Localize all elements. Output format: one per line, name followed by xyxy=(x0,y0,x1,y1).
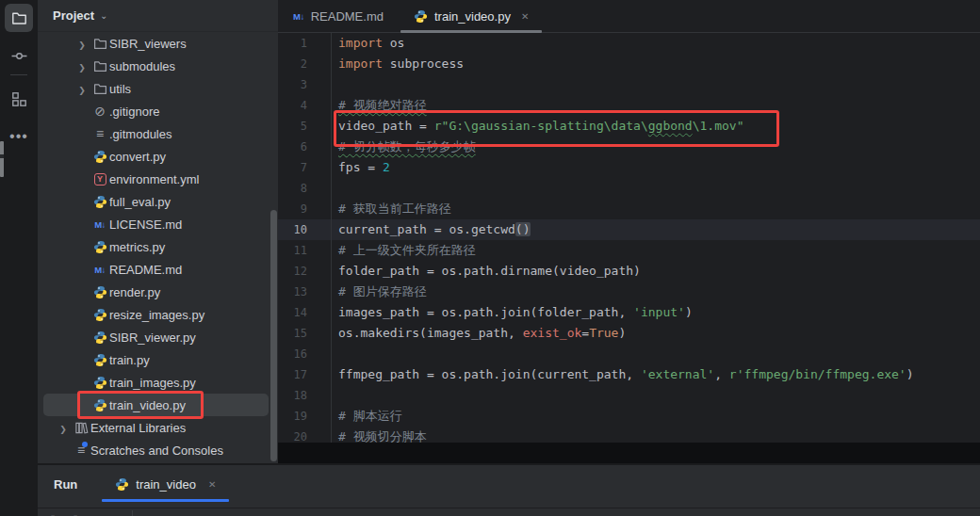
chevron-right-icon[interactable]: ❯ xyxy=(74,59,90,73)
tree-item-train_video.py[interactable]: train_video.py xyxy=(43,394,269,416)
tree-item-README.md[interactable]: M↓README.md xyxy=(38,258,278,281)
console-toolbar-divider xyxy=(132,510,133,516)
run-tab-label: train_video xyxy=(136,477,196,492)
line-number: 9 xyxy=(278,199,332,219)
tree-item-train_images.py[interactable]: train_images.py xyxy=(38,371,278,394)
tree-item-SIBR_viewers[interactable]: ❯SIBR_viewers xyxy=(38,32,278,55)
structure-tool-button[interactable] xyxy=(5,85,33,113)
code-text: # 上一级文件夹所在路径 xyxy=(332,240,476,261)
code-text: # 脚本运行 xyxy=(332,406,402,427)
line-number: 6 xyxy=(278,137,332,157)
tree-item-convert.py[interactable]: convert.py xyxy=(38,145,278,168)
code-line-20[interactable]: 20# 视频切分脚本 xyxy=(278,427,980,443)
code-line-17[interactable]: 17ffmpeg_path = os.path.join(current_pat… xyxy=(278,364,980,385)
code-text: images_path = os.path.join(folder_path, … xyxy=(332,302,693,323)
python-icon xyxy=(93,285,107,299)
code-line-5[interactable]: 5video_path = r"G:\gaussian-splatting\da… xyxy=(278,116,980,137)
tree-item-SIBR_viewer.py[interactable]: SIBR_viewer.py xyxy=(38,326,278,348)
tree-item-resize_images.py[interactable]: resize_images.py xyxy=(38,303,278,326)
tree-item-.gitmodules[interactable]: ≡.gitmodules xyxy=(38,122,278,145)
tree-item-full_eval.py[interactable]: full_eval.py xyxy=(38,190,278,213)
code-line-16[interactable]: 16 xyxy=(278,344,980,364)
code-line-6[interactable]: 6# 切分帧数，每秒多少帧 xyxy=(278,137,980,157)
markdown-icon: M↓ xyxy=(293,11,304,22)
line-number: 19 xyxy=(278,406,332,427)
tree-item-Scratches and Consoles[interactable]: ≡Scratches and Consoles xyxy=(38,439,278,461)
python-icon xyxy=(93,398,107,412)
yaml-icon: Y xyxy=(94,173,106,185)
code-line-18[interactable]: 18 xyxy=(278,385,980,406)
code-line-4[interactable]: 4# 视频绝对路径 xyxy=(278,95,980,116)
project-tree-scrollbar[interactable] xyxy=(270,210,277,461)
tree-item-render.py[interactable]: render.py xyxy=(38,281,278,303)
code-line-8[interactable]: 8 xyxy=(278,178,980,199)
python-icon xyxy=(93,308,107,322)
console-partial-icon: ▫ xyxy=(74,511,77,516)
line-number: 16 xyxy=(278,344,332,364)
chevron-right-icon[interactable]: ❯ xyxy=(74,37,90,51)
code-line-10[interactable]: 10current_path = os.getcwd() xyxy=(278,219,980,240)
code-line-1[interactable]: 1import os xyxy=(278,33,980,54)
project-panel-title: Project xyxy=(53,8,94,23)
python-icon xyxy=(414,9,428,24)
tree-item-utils[interactable]: ❯utils xyxy=(38,77,278,100)
editor-tab-README.md[interactable]: M↓README.md xyxy=(278,0,399,33)
code-line-12[interactable]: 12folder_path = os.path.dirname(video_pa… xyxy=(278,261,980,282)
code-line-15[interactable]: 15os.makedirs(images_path, exist_ok=True… xyxy=(278,323,980,344)
screen-edge-artifact xyxy=(0,141,4,177)
tree-item-label: README.md xyxy=(109,263,182,277)
code-text: # 视频绝对路径 xyxy=(332,95,427,116)
code-text xyxy=(332,385,338,406)
code-line-7[interactable]: 7fps = 2 xyxy=(278,157,980,178)
more-icon: ••• xyxy=(9,128,28,145)
line-number: 3 xyxy=(278,74,332,95)
chevron-right-icon[interactable]: ❯ xyxy=(74,82,90,96)
tree-item-environment.yml[interactable]: Yenvironment.yml xyxy=(38,168,278,190)
tree-item-label: utils xyxy=(109,82,131,96)
text-file-icon: ≡ xyxy=(96,127,104,140)
code-text: ffmpeg_path = os.path.join(current_path,… xyxy=(332,364,914,385)
code-line-3[interactable]: 3 xyxy=(278,74,980,95)
tree-item-.gitignore[interactable]: ⊘.gitignore xyxy=(38,100,278,122)
close-icon[interactable]: ✕ xyxy=(521,11,529,22)
tree-item-metrics.py[interactable]: metrics.py xyxy=(38,235,278,258)
folder-icon xyxy=(11,10,27,26)
more-tools-button[interactable]: ••• xyxy=(5,122,33,151)
project-panel-header[interactable]: Project ⌄ xyxy=(38,0,278,32)
code-line-11[interactable]: 11# 上一级文件夹所在路径 xyxy=(278,240,980,261)
tree-item-label: train.py xyxy=(109,353,150,367)
code-text: import subprocess xyxy=(332,54,464,74)
python-icon xyxy=(93,353,107,367)
code-area[interactable]: 1import os2import subprocess34# 视频绝对路径5v… xyxy=(278,33,980,443)
run-tab-train_video[interactable]: train_video✕ xyxy=(102,465,229,504)
tree-item-train.py[interactable]: train.py xyxy=(38,348,278,371)
chevron-right-icon[interactable]: ❯ xyxy=(55,421,72,435)
tree-item-label: render.py xyxy=(109,285,160,299)
editor-tab-bar: M↓README.md train_video.py✕ xyxy=(278,0,980,33)
close-icon[interactable]: ✕ xyxy=(208,479,216,490)
tree-item-label: SIBR_viewer.py xyxy=(109,331,196,345)
structure-icon xyxy=(11,91,27,107)
editor-area: M↓README.md train_video.py✕ 1import os2i… xyxy=(278,0,980,443)
tree-item-submodules[interactable]: ❯submodules xyxy=(38,55,278,77)
tree-item-LICENSE.md[interactable]: M↓LICENSE.md xyxy=(38,213,278,235)
code-line-13[interactable]: 13# 图片保存路径 xyxy=(278,282,980,302)
project-panel: Project ⌄ ❯SIBR_viewers❯submodules❯utils… xyxy=(38,0,278,463)
project-tool-button[interactable] xyxy=(5,4,33,32)
editor-bottom-band xyxy=(278,443,980,465)
scratches-icon: ≡ xyxy=(77,443,85,457)
code-line-19[interactable]: 19# 脚本运行 xyxy=(278,406,980,427)
tree-item-label: full_eval.py xyxy=(109,195,171,209)
code-text: # 获取当前工作路径 xyxy=(332,199,451,219)
editor-tab-train_video.py[interactable]: train_video.py✕ xyxy=(399,0,544,33)
code-line-9[interactable]: 9# 获取当前工作路径 xyxy=(278,199,980,219)
code-line-14[interactable]: 14images_path = os.path.join(folder_path… xyxy=(278,302,980,323)
line-number: 12 xyxy=(278,261,332,282)
code-line-2[interactable]: 2import subprocess xyxy=(278,54,980,74)
folder-icon xyxy=(93,82,107,96)
commit-tool-button[interactable] xyxy=(5,41,33,70)
tree-item-label: resize_images.py xyxy=(109,308,204,322)
python-icon xyxy=(115,477,129,492)
code-text xyxy=(332,178,338,199)
tree-item-External Libraries[interactable]: ❯External Libraries xyxy=(38,416,278,439)
